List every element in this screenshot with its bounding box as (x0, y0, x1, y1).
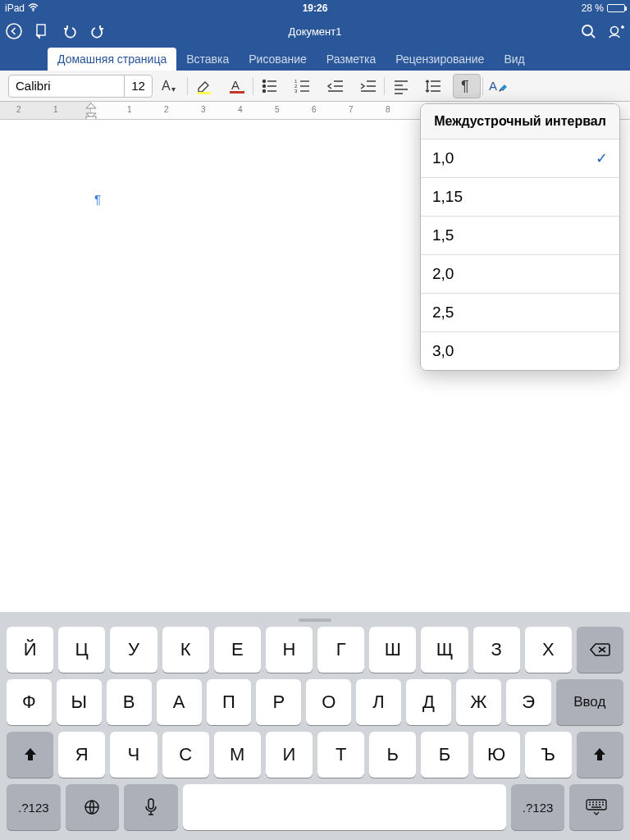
key[interactable]: И (266, 732, 313, 778)
space-key[interactable] (183, 784, 506, 830)
line-spacing-option[interactable]: 1,5 (421, 216, 619, 254)
styles-button[interactable]: A (486, 74, 514, 98)
key[interactable]: А (157, 679, 202, 725)
backspace-key[interactable] (577, 627, 623, 673)
globe-key[interactable] (66, 784, 120, 830)
option-label: 2,0 (432, 265, 454, 283)
key[interactable]: Ю (473, 732, 520, 778)
line-spacing-option[interactable]: 2,0 (421, 254, 619, 293)
undo-button[interactable] (56, 16, 84, 46)
key[interactable]: Ч (110, 732, 157, 778)
battery-text: 28 % (582, 2, 604, 14)
font-size-field[interactable]: 12 (124, 75, 152, 97)
redo-button[interactable] (84, 16, 112, 46)
option-label: 1,0 (432, 149, 454, 167)
hide-keyboard-key[interactable] (569, 784, 623, 830)
key[interactable]: Р (256, 679, 301, 725)
shift-key[interactable] (7, 732, 53, 778)
key[interactable]: З (473, 627, 520, 673)
svg-text:A: A (162, 79, 171, 93)
line-spacing-button[interactable] (420, 74, 448, 98)
enter-key[interactable]: Ввод (556, 679, 623, 725)
svg-point-11 (263, 84, 266, 87)
line-spacing-option[interactable]: 1,0 ✓ (421, 139, 619, 177)
option-label: 2,5 (432, 304, 454, 322)
svg-rect-22 (148, 799, 153, 809)
key[interactable]: Ы (57, 679, 102, 725)
key[interactable]: Д (406, 679, 451, 725)
file-menu-button[interactable] (28, 16, 56, 46)
numbers-key[interactable]: .?123 (7, 784, 61, 830)
svg-point-0 (33, 10, 34, 11)
check-icon: ✓ (596, 149, 608, 167)
tab-layout[interactable]: Разметка (317, 48, 386, 71)
ruler-mark: 2 (164, 105, 169, 114)
tab-view[interactable]: Вид (494, 48, 534, 71)
key[interactable]: П (207, 679, 252, 725)
app-titlebar: Документ1 (0, 16, 630, 46)
line-spacing-option[interactable]: 1,15 (421, 177, 619, 216)
wifi-icon (28, 2, 39, 14)
font-color-button[interactable]: A (223, 74, 251, 98)
key[interactable]: Н (266, 627, 313, 673)
key[interactable]: Е (214, 627, 261, 673)
shift-key[interactable] (577, 732, 623, 778)
key[interactable]: Ш (369, 627, 416, 673)
indent-marker-icon[interactable] (85, 102, 97, 120)
tab-insert[interactable]: Вставка (176, 48, 239, 71)
tab-draw[interactable]: Рисование (239, 48, 317, 71)
key[interactable]: Г (317, 627, 364, 673)
key[interactable]: Ь (369, 732, 416, 778)
align-button[interactable] (387, 74, 415, 98)
key[interactable]: Щ (421, 627, 468, 673)
clock: 19:26 (303, 2, 328, 14)
key[interactable]: Ъ (525, 732, 572, 778)
key[interactable]: К (162, 627, 209, 673)
key[interactable]: Ж (456, 679, 501, 725)
font-format-button[interactable]: A▾ (158, 74, 185, 98)
ruler-mark: 3 (201, 105, 206, 114)
key[interactable]: О (306, 679, 351, 725)
back-button[interactable] (0, 16, 28, 46)
tab-review[interactable]: Рецензирование (386, 48, 494, 71)
key[interactable]: Ф (7, 679, 52, 725)
tab-home[interactable]: Домашняя страница (48, 48, 176, 71)
indent-increase-button[interactable] (354, 74, 382, 98)
option-label: 3,0 (432, 342, 454, 360)
font-picker[interactable]: Calibri 12 (8, 75, 153, 98)
key[interactable]: Т (317, 732, 364, 778)
key[interactable]: Л (356, 679, 401, 725)
key[interactable]: Х (525, 627, 572, 673)
key[interactable]: Б (421, 732, 468, 778)
svg-marker-18 (86, 103, 96, 108)
line-spacing-option[interactable]: 2,5 (421, 293, 619, 331)
svg-point-12 (263, 89, 266, 92)
key[interactable]: Й (7, 627, 53, 673)
key[interactable]: У (110, 627, 157, 673)
battery-icon (607, 4, 625, 12)
numbering-button[interactable]: 123 (289, 74, 317, 98)
key[interactable]: М (214, 732, 261, 778)
key[interactable]: Э (506, 679, 551, 725)
line-spacing-popover: Междустрочный интервал 1,0 ✓ 1,15 1,5 2,… (420, 103, 620, 371)
key[interactable]: В (107, 679, 152, 725)
svg-text:▾: ▾ (171, 84, 176, 94)
ruler-mark: 8 (386, 105, 390, 114)
numbers-key[interactable]: .?123 (511, 784, 565, 830)
line-spacing-option[interactable]: 3,0 (421, 331, 619, 370)
search-button[interactable] (574, 16, 602, 46)
highlight-button[interactable] (190, 74, 218, 98)
key[interactable]: Я (58, 732, 105, 778)
keyboard-handle[interactable] (299, 619, 331, 622)
svg-point-3 (582, 25, 592, 35)
ruler-mark: 7 (349, 105, 354, 114)
key[interactable]: С (162, 732, 209, 778)
share-button[interactable] (602, 16, 630, 46)
indent-decrease-button[interactable] (322, 74, 349, 98)
bullets-button[interactable] (256, 74, 284, 98)
font-name-field[interactable]: Calibri (9, 75, 124, 97)
paragraph-marks-button[interactable]: ¶ (453, 74, 481, 98)
dictation-key[interactable] (124, 784, 178, 830)
svg-point-10 (263, 80, 266, 82)
key[interactable]: Ц (58, 627, 105, 673)
